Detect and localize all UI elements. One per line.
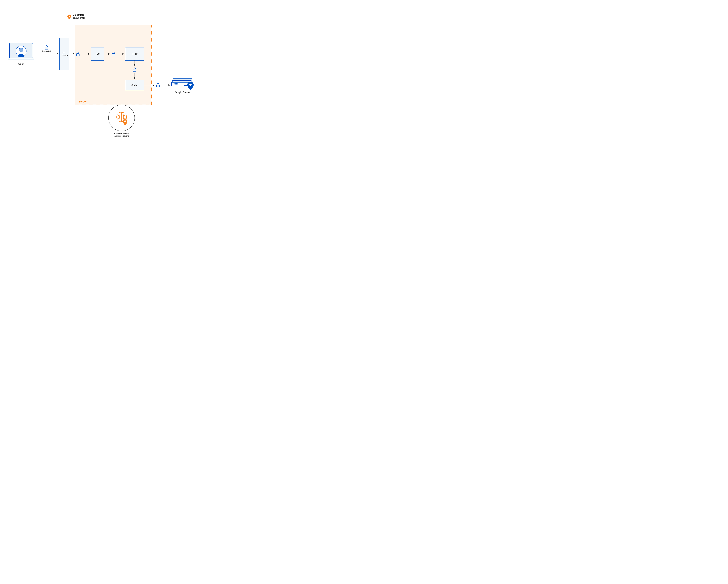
svg-point-19	[175, 83, 176, 84]
svg-point-10	[173, 84, 173, 84]
svg-rect-3	[8, 58, 34, 60]
server-label: Server	[79, 100, 87, 103]
origin-server-icon	[172, 79, 193, 90]
user-label: User	[18, 62, 24, 65]
svg-point-6	[19, 48, 23, 52]
location-pin-icon	[68, 15, 71, 19]
svg-point-41	[124, 121, 126, 122]
svg-point-17	[174, 83, 174, 84]
l3-ddos-label-2: DDoS	[62, 54, 68, 56]
server-outline	[75, 25, 151, 105]
http-label: HTTP	[132, 53, 137, 55]
lock-icon	[45, 46, 48, 49]
lock-icon	[157, 83, 159, 87]
svg-rect-28	[76, 54, 79, 56]
svg-point-25	[189, 84, 191, 86]
svg-point-16	[173, 83, 173, 84]
datacenter-title-line1: Cloudflare	[73, 14, 84, 16]
origin-server-label: Origin Server	[175, 91, 190, 94]
user-laptop-icon	[8, 43, 34, 60]
svg-rect-30	[112, 54, 115, 56]
l3-ddos-box	[59, 38, 69, 70]
svg-point-15	[177, 84, 178, 84]
svg-point-4	[21, 44, 22, 45]
svg-rect-34	[157, 85, 159, 87]
svg-point-11	[174, 84, 174, 84]
datacenter-title-line2: data center	[73, 17, 85, 19]
anycast-label-2: Anycast Network	[114, 135, 129, 137]
svg-rect-26	[45, 47, 48, 49]
l3-ddos-label-1: L3	[62, 51, 64, 54]
svg-point-18	[175, 83, 175, 84]
svg-point-12	[175, 84, 175, 84]
svg-rect-32	[133, 69, 136, 72]
svg-point-21	[177, 83, 178, 84]
svg-point-14	[176, 84, 177, 84]
svg-point-1	[69, 16, 70, 17]
architecture-diagram: Cloudflare data center Server L3 DDoS TL…	[0, 0, 223, 146]
cache-label: Cache	[131, 84, 138, 86]
encrypted-label: Encrypted	[42, 50, 51, 52]
anycast-label-1: Cloudflare Global	[114, 133, 129, 135]
svg-point-20	[176, 83, 177, 84]
anycast-network-icon	[108, 105, 135, 131]
svg-point-13	[175, 84, 176, 84]
tls-label: TLS	[96, 53, 100, 55]
